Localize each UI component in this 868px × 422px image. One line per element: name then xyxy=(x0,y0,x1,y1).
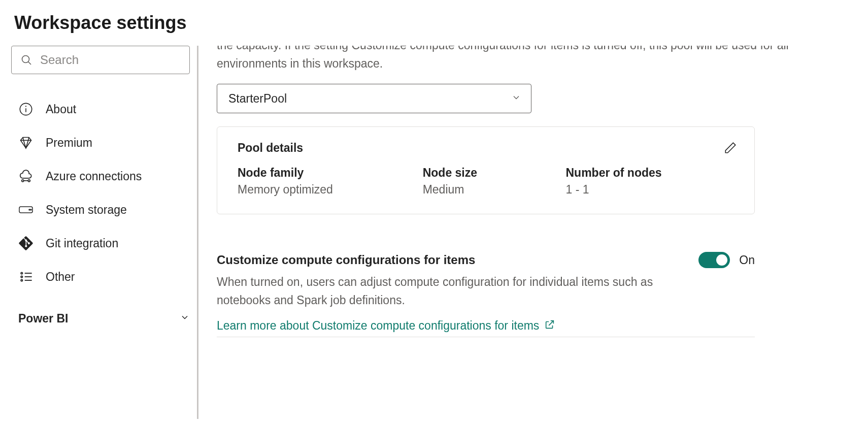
detail-num-nodes: Number of nodes 1 - 1 xyxy=(565,166,734,197)
sidebar-item-about[interactable]: About xyxy=(11,92,197,126)
diamond-icon xyxy=(18,135,34,150)
search-input[interactable] xyxy=(11,46,190,74)
page-title: Workspace settings xyxy=(0,0,868,46)
chevron-down-icon xyxy=(180,312,190,326)
list-settings-icon xyxy=(18,269,34,284)
sidebar-item-premium[interactable]: Premium xyxy=(11,126,197,159)
pool-details-title: Pool details xyxy=(238,141,734,155)
detail-label: Node family xyxy=(238,166,423,180)
detail-value: Medium xyxy=(423,183,566,197)
search-icon xyxy=(20,54,32,66)
sidebar-item-label: Other xyxy=(46,270,75,284)
cloud-connections-icon xyxy=(18,169,34,184)
storage-icon xyxy=(18,202,34,217)
detail-value: Memory optimized xyxy=(238,183,423,197)
sidebar-item-label: Premium xyxy=(46,136,92,150)
detail-node-family: Node family Memory optimized xyxy=(238,166,423,197)
svg-point-13 xyxy=(21,276,22,277)
pool-description: the capacity. If the setting Customize c… xyxy=(217,46,850,76)
detail-label: Number of nodes xyxy=(565,166,734,180)
section-divider xyxy=(217,337,755,337)
learn-more-link[interactable]: Learn more about Customize compute confi… xyxy=(217,319,555,334)
svg-point-15 xyxy=(21,279,22,281)
sidebar-item-git-integration[interactable]: Git integration xyxy=(11,226,197,260)
sidebar-item-azure-connections[interactable]: Azure connections xyxy=(11,159,197,193)
svg-point-9 xyxy=(29,209,30,210)
svg-point-4 xyxy=(25,106,26,107)
pool-details-card: Pool details Node family Memory optimize… xyxy=(217,126,755,214)
svg-point-6 xyxy=(28,180,30,182)
learn-more-text: Learn more about Customize compute confi… xyxy=(217,319,539,333)
pool-select[interactable]: StarterPool xyxy=(217,84,531,113)
main-panel: Use the automatically created starter po… xyxy=(198,46,868,419)
edit-button[interactable] xyxy=(724,141,737,156)
toggle-state-label: On xyxy=(739,253,755,267)
svg-point-0 xyxy=(22,56,29,63)
customize-description: When turned on, users can adjust compute… xyxy=(217,273,694,309)
customize-section: Customize compute configurations for ite… xyxy=(217,252,755,337)
sidebar: About Premium xyxy=(0,46,197,419)
customize-title: Customize compute configurations for ite… xyxy=(217,253,475,267)
pool-select-wrap: StarterPool xyxy=(217,84,531,113)
sidebar-item-label: About xyxy=(46,103,76,116)
sidebar-item-other[interactable]: Other xyxy=(11,260,197,294)
sidebar-item-label: System storage xyxy=(46,203,127,217)
svg-point-5 xyxy=(22,180,24,182)
detail-value: 1 - 1 xyxy=(565,183,734,197)
detail-label: Node size xyxy=(423,166,566,180)
detail-node-size: Node size Medium xyxy=(423,166,566,197)
toggle-knob xyxy=(716,254,727,266)
sidebar-item-system-storage[interactable]: System storage xyxy=(11,193,197,226)
search-field-wrap xyxy=(11,46,190,74)
sidebar-item-label: Git integration xyxy=(46,237,118,250)
svg-point-10 xyxy=(30,209,31,210)
customize-toggle[interactable] xyxy=(698,252,730,268)
sidebar-group-label: Power BI xyxy=(18,312,68,326)
info-icon xyxy=(18,102,34,117)
git-icon xyxy=(18,236,34,251)
sidebar-item-label: Azure connections xyxy=(46,170,142,183)
external-link-icon xyxy=(544,319,555,333)
svg-line-1 xyxy=(28,62,31,65)
svg-point-11 xyxy=(21,272,22,274)
customize-toggle-wrap: On xyxy=(698,252,755,268)
sidebar-group-powerbi[interactable]: Power BI xyxy=(11,301,197,335)
